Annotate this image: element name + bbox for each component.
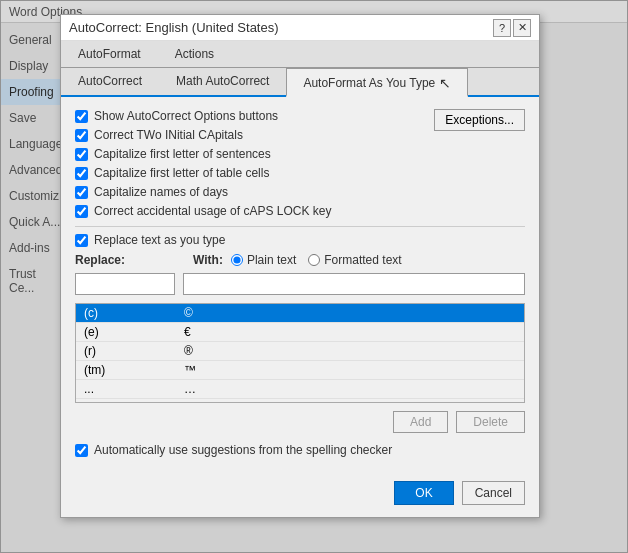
tab-math-autocorrect[interactable]: Math AutoCorrect: [159, 68, 286, 95]
auto-suggestions-checkbox-row: Automatically use suggestions from the s…: [75, 443, 525, 457]
checkbox-capitalize-days: Capitalize names of days: [75, 185, 525, 199]
titlebar-buttons: ? ✕: [493, 19, 531, 37]
autocorrect-table-wrapper[interactable]: (c) © (e) € (r) ® (tm) ™ ... …: [75, 303, 525, 403]
table-row[interactable]: ... …: [76, 380, 524, 399]
tab-row-top: AutoFormat Actions: [61, 41, 539, 68]
with-input[interactable]: [183, 273, 525, 295]
replace-input[interactable]: [75, 273, 175, 295]
replace-with-row: Replace: With: Plain text Formatted text: [75, 253, 525, 267]
tab-autoformat[interactable]: AutoFormat: [61, 41, 158, 67]
checkbox-capitalize-sentences: Capitalize first letter of sentences: [75, 147, 525, 161]
exceptions-button[interactable]: Exceptions...: [434, 109, 525, 131]
show-autocorrect-checkbox[interactable]: [75, 110, 88, 123]
autocorrect-dialog: AutoCorrect: English (United States) ? ✕…: [60, 14, 540, 518]
checkbox-show-autocorrect: Show AutoCorrect Options buttons: [75, 109, 426, 123]
table-row[interactable]: (e) €: [76, 323, 524, 342]
dialog-footer: OK Cancel: [61, 481, 539, 517]
replace-inputs-row: [75, 273, 525, 295]
dialog-titlebar: AutoCorrect: English (United States) ? ✕: [61, 15, 539, 41]
tab-autocorrect[interactable]: AutoCorrect: [61, 68, 159, 95]
plain-text-option[interactable]: Plain text: [231, 253, 296, 267]
tab-autoformat-as-you-type[interactable]: AutoFormat As You Type ↖: [286, 68, 467, 97]
dialog-title: AutoCorrect: English (United States): [69, 20, 279, 35]
cancel-button[interactable]: Cancel: [462, 481, 525, 505]
text-format-radio-group: Plain text Formatted text: [231, 253, 402, 267]
replace-text-checkbox[interactable]: [75, 234, 88, 247]
autocorrect-table: (c) © (e) € (r) ® (tm) ™ ... …: [76, 304, 524, 403]
checkbox-replace-text: Replace text as you type: [75, 233, 525, 247]
capslock-checkbox[interactable]: [75, 205, 88, 218]
checkbox-two-initial: Correct TWo INitial CApitals: [75, 128, 426, 142]
delete-button[interactable]: Delete: [456, 411, 525, 433]
ok-button[interactable]: OK: [394, 481, 453, 505]
capitalize-table-checkbox[interactable]: [75, 167, 88, 180]
dialog-content: Show AutoCorrect Options buttons Correct…: [61, 97, 539, 481]
formatted-text-option[interactable]: Formatted text: [308, 253, 401, 267]
auto-suggestions-checkbox[interactable]: [75, 444, 88, 457]
checkbox-capitalize-table: Capitalize first letter of table cells: [75, 166, 525, 180]
help-button[interactable]: ?: [493, 19, 511, 37]
capitalize-sentences-checkbox[interactable]: [75, 148, 88, 161]
formatted-text-radio[interactable]: [308, 254, 320, 266]
checkbox-capslock: Correct accidental usage of cAPS LOCK ke…: [75, 204, 525, 218]
close-button[interactable]: ✕: [513, 19, 531, 37]
tab-actions[interactable]: Actions: [158, 41, 231, 67]
capitalize-days-checkbox[interactable]: [75, 186, 88, 199]
tab-row-bottom: AutoCorrect Math AutoCorrect AutoFormat …: [61, 68, 539, 97]
table-row[interactable]: :( ☹: [76, 399, 524, 404]
table-row[interactable]: (r) ®: [76, 342, 524, 361]
table-row[interactable]: (tm) ™: [76, 361, 524, 380]
action-buttons: Add Delete: [75, 411, 525, 433]
table-row[interactable]: (c) ©: [76, 304, 524, 323]
plain-text-radio[interactable]: [231, 254, 243, 266]
two-initial-checkbox[interactable]: [75, 129, 88, 142]
add-button[interactable]: Add: [393, 411, 448, 433]
